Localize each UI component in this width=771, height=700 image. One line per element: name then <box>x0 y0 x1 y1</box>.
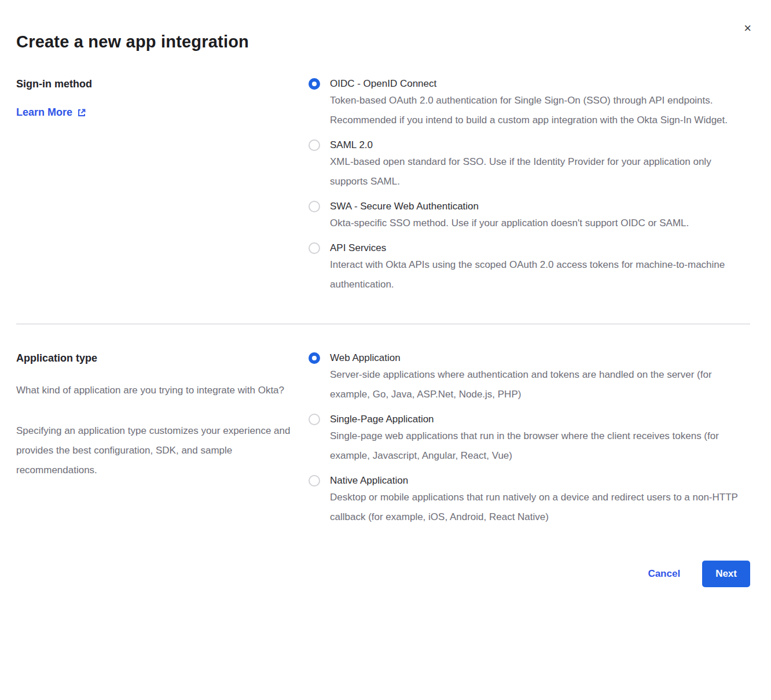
cancel-button[interactable]: Cancel <box>648 568 680 580</box>
radio-web-application-icon[interactable] <box>309 352 320 364</box>
radio-oidc-icon[interactable] <box>309 78 320 90</box>
radio-saml-label: SAML 2.0 <box>330 139 373 151</box>
radio-oidc-label: OIDC - OpenID Connect <box>330 78 436 90</box>
radio-option-swa[interactable]: SWA - Secure Web Authentication Okta-spe… <box>309 201 750 233</box>
radio-spa-label: Single-Page Application <box>330 414 434 425</box>
radio-option-oidc[interactable]: OIDC - OpenID Connect Token-based OAuth … <box>309 78 750 130</box>
signin-method-section: Sign-in method Learn More OIDC - OpenID … <box>16 78 750 294</box>
radio-oidc-description: Token-based OAuth 2.0 authentication for… <box>330 91 741 130</box>
radio-api-services-label: API Services <box>330 242 386 254</box>
radio-spa-description: Single-page web applications that run in… <box>330 426 741 466</box>
radio-web-application-label: Web Application <box>330 352 401 364</box>
close-icon[interactable]: × <box>744 22 751 35</box>
next-button[interactable]: Next <box>702 561 750 587</box>
learn-more-label: Learn More <box>16 106 72 119</box>
radio-swa-description: Okta-specific SSO method. Use if your ap… <box>330 213 741 233</box>
radio-native-application-label: Native Application <box>330 475 408 487</box>
page-title: Create a new app integration <box>16 32 750 51</box>
radio-saml-icon[interactable] <box>309 139 320 151</box>
application-type-note: Specifying an application type customize… <box>16 421 291 480</box>
learn-more-link[interactable]: Learn More <box>16 106 86 119</box>
create-app-integration-dialog: × Create a new app integration Sign-in m… <box>0 0 771 615</box>
radio-web-application-description: Server-side applications where authentic… <box>330 365 741 404</box>
radio-api-services-icon[interactable] <box>309 242 320 254</box>
radio-swa-icon[interactable] <box>309 201 320 212</box>
application-type-section: Application type What kind of applicatio… <box>16 352 750 527</box>
external-link-icon <box>77 108 86 117</box>
dialog-footer: Cancel Next <box>16 561 750 587</box>
radio-native-application-description: Desktop or mobile applications that run … <box>330 488 741 527</box>
radio-native-application-icon[interactable] <box>309 475 320 487</box>
radio-option-spa[interactable]: Single-Page Application Single-page web … <box>309 414 750 466</box>
radio-option-native-application[interactable]: Native Application Desktop or mobile app… <box>309 475 750 527</box>
radio-spa-icon[interactable] <box>309 414 320 425</box>
application-type-question: What kind of application are you trying … <box>16 381 291 400</box>
radio-option-saml[interactable]: SAML 2.0 XML-based open standard for SSO… <box>309 139 750 191</box>
radio-saml-description: XML-based open standard for SSO. Use if … <box>330 152 741 191</box>
radio-option-api-services[interactable]: API Services Interact with Okta APIs usi… <box>309 242 750 294</box>
signin-method-label: Sign-in method <box>16 78 291 90</box>
radio-api-services-description: Interact with Okta APIs using the scoped… <box>330 255 741 294</box>
radio-swa-label: SWA - Secure Web Authentication <box>330 201 479 212</box>
application-type-label: Application type <box>16 352 291 364</box>
radio-option-web-application[interactable]: Web Application Server-side applications… <box>309 352 750 404</box>
section-divider <box>16 323 750 325</box>
